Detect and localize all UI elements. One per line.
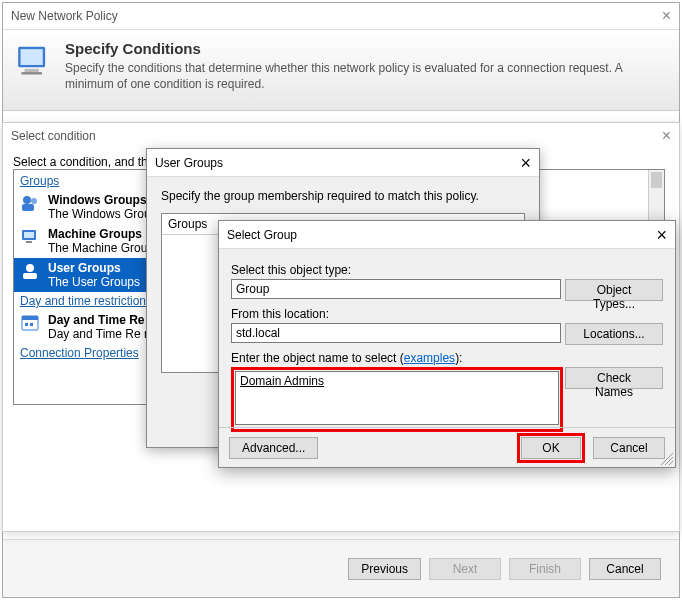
close-icon[interactable]: × [520, 149, 531, 177]
calendar-icon [20, 313, 40, 333]
object-type-field: Group [231, 279, 561, 299]
svg-rect-11 [23, 273, 37, 279]
object-name-input[interactable] [235, 371, 559, 425]
nnp-title-text: New Network Policy [11, 3, 118, 29]
check-names-button[interactable]: Check Names [565, 367, 663, 389]
object-type-label: Select this object type: [231, 263, 663, 277]
svg-rect-1 [21, 49, 43, 65]
svg-point-4 [23, 196, 31, 204]
nnp-header-text: Specify Conditions Specify the condition… [65, 38, 667, 102]
svg-rect-5 [22, 204, 34, 211]
select-group-dialog: Select Group × Select this object type: … [218, 220, 676, 468]
nnp-header: Specify Conditions Specify the condition… [3, 29, 679, 111]
object-name-label: Enter the object name to select (example… [231, 351, 663, 365]
sg-title-text: Select Group [227, 221, 297, 249]
cancel-button[interactable]: Cancel [593, 437, 665, 459]
svg-rect-15 [30, 323, 33, 326]
nnp-footer: Previous Next Finish Cancel [3, 539, 679, 597]
computer-icon [20, 227, 40, 247]
ug-title-text: User Groups [155, 149, 223, 177]
locations-button[interactable]: Locations... [565, 323, 663, 345]
previous-button[interactable]: Previous [348, 558, 421, 580]
sg-footer: Advanced... OK Cancel [219, 427, 675, 467]
svg-rect-8 [24, 232, 34, 238]
sc-title-text: Select condition [11, 123, 96, 149]
location-field: std.local [231, 323, 561, 343]
svg-rect-13 [22, 316, 38, 320]
user-icon [20, 261, 40, 281]
monitor-icon [15, 42, 53, 90]
object-name-label-post: ): [455, 351, 462, 365]
item-title: Machine Groups [48, 227, 147, 241]
ok-highlight: OK [517, 433, 585, 463]
nnp-header-desc: Specify the conditions that determine wh… [65, 61, 667, 92]
item-title: User Groups [48, 261, 140, 275]
item-desc: The User Groups [48, 275, 140, 289]
svg-rect-9 [26, 241, 32, 243]
examples-link[interactable]: examples [404, 351, 455, 365]
item-desc: The Machine Grou [48, 241, 147, 255]
ug-titlebar: User Groups × [147, 149, 539, 177]
scrollbar-thumb[interactable] [651, 172, 662, 188]
close-icon[interactable]: × [662, 123, 671, 149]
svg-point-10 [26, 264, 34, 272]
next-button: Next [429, 558, 501, 580]
ug-desc: Specify the group membership required to… [161, 189, 525, 203]
svg-rect-3 [21, 72, 42, 74]
close-icon[interactable]: × [662, 3, 671, 29]
ok-button[interactable]: OK [521, 437, 581, 459]
advanced-button[interactable]: Advanced... [229, 437, 318, 459]
object-name-label-pre: Enter the object name to select ( [231, 351, 404, 365]
sg-body: Select this object type: Group Object Ty… [219, 249, 675, 442]
svg-rect-2 [25, 69, 39, 72]
nnp-header-title: Specify Conditions [65, 40, 667, 57]
users-icon [20, 193, 40, 213]
sg-titlebar: Select Group × [219, 221, 675, 249]
resize-grip-icon[interactable] [661, 453, 673, 465]
svg-point-6 [31, 198, 37, 204]
nnp-titlebar: New Network Policy × [3, 3, 679, 29]
object-name-highlight [231, 367, 563, 432]
svg-rect-14 [25, 323, 28, 326]
cancel-button[interactable]: Cancel [589, 558, 661, 580]
close-icon[interactable]: × [656, 221, 667, 249]
object-types-button[interactable]: Object Types... [565, 279, 663, 301]
sc-titlebar: Select condition × [3, 123, 679, 149]
finish-button: Finish [509, 558, 581, 580]
